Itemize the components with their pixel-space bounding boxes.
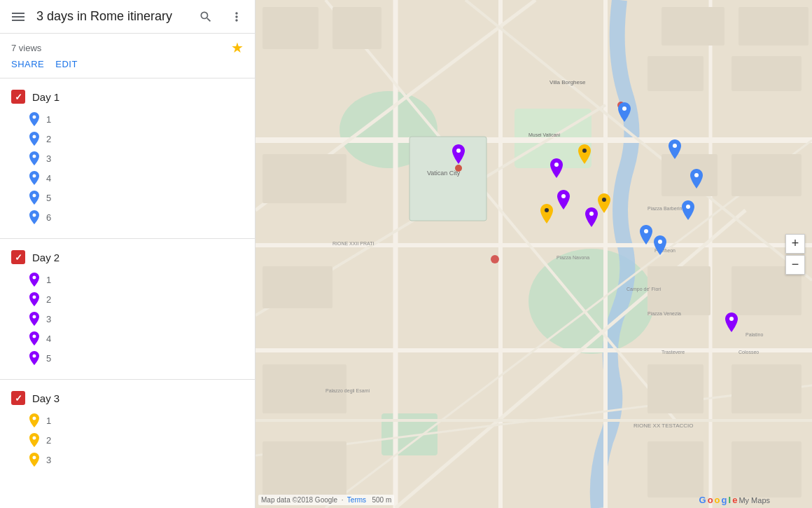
hamburger-button[interactable]: [6, 4, 31, 29]
views-row: 7 views ★: [0, 34, 255, 59]
list-item[interactable]: 5: [28, 348, 255, 368]
map-terms[interactable]: Terms: [347, 496, 366, 504]
list-item[interactable]: 1: [28, 109, 255, 129]
day2-section: Day 2 1 2 3 4 5: [0, 242, 255, 376]
my-maps-text: My Maps: [738, 496, 770, 504]
svg-rect-26: [262, 154, 346, 203]
zoom-out-button[interactable]: −: [785, 255, 805, 275]
svg-point-57: [694, 173, 699, 177]
svg-rect-22: [662, 7, 724, 46]
google-g2: g: [722, 495, 727, 505]
place-number: 2: [46, 435, 51, 446]
divider-day1-day2: [0, 238, 255, 239]
day1-checkbox[interactable]: [11, 90, 25, 104]
pin-icon: [28, 211, 41, 224]
svg-rect-38: [410, 137, 486, 221]
place-number: 2: [46, 134, 51, 144]
svg-rect-35: [262, 441, 346, 497]
svg-text:Vatican City: Vatican City: [427, 170, 461, 177]
pin-icon: [28, 273, 41, 286]
svg-point-55: [622, 107, 626, 111]
place-number: 3: [46, 455, 51, 465]
svg-point-60: [658, 240, 662, 244]
list-item[interactable]: 1: [28, 270, 255, 289]
sidebar: 3 days in Rome itinerary 7 views ★ SHARE…: [0, 0, 255, 508]
svg-rect-23: [738, 7, 808, 46]
place-number: 1: [46, 275, 51, 285]
svg-text:Colosseo: Colosseo: [738, 350, 759, 355]
list-item[interactable]: 2: [28, 289, 255, 309]
day3-header: Day 3: [0, 388, 255, 408]
day1-section: Day 1 1 2 3 4 5: [0, 81, 255, 235]
list-item[interactable]: 3: [28, 309, 255, 329]
list-item[interactable]: 1: [28, 411, 255, 430]
svg-rect-0: [255, 0, 812, 508]
google-g: G: [699, 495, 706, 505]
map-background: Vatican City Villa Borghese Musei Vatica…: [255, 0, 812, 508]
svg-point-59: [644, 229, 648, 233]
list-item[interactable]: 5: [28, 188, 255, 207]
pin-icon: [28, 453, 41, 466]
list-item[interactable]: 2: [28, 430, 255, 450]
day3-checkbox[interactable]: [11, 391, 25, 405]
search-button[interactable]: [193, 4, 218, 29]
google-o2: o: [715, 495, 720, 505]
svg-rect-25: [732, 56, 802, 91]
google-o1: o: [708, 495, 713, 505]
svg-rect-29: [732, 154, 802, 196]
list-item[interactable]: 3: [28, 149, 255, 168]
svg-rect-34: [732, 364, 802, 413]
map-attribution: Map data ©2018 Google: [261, 496, 337, 504]
list-item[interactable]: 2: [28, 129, 255, 149]
place-number: 5: [46, 193, 51, 203]
pin-icon: [28, 113, 41, 125]
pin-icon: [28, 414, 41, 427]
svg-text:RIONE XX TESTACCIO: RIONE XX TESTACCIO: [634, 423, 694, 429]
share-link[interactable]: SHARE: [11, 59, 44, 69]
svg-rect-37: [732, 441, 802, 497]
edit-link[interactable]: EDIT: [55, 59, 78, 69]
svg-text:Trastevere: Trastevere: [662, 350, 685, 355]
map-area[interactable]: Vatican City Villa Borghese Musei Vatica…: [255, 0, 812, 508]
pin-icon: [28, 172, 41, 184]
list-item[interactable]: 4: [28, 168, 255, 188]
svg-point-56: [673, 144, 677, 148]
svg-rect-20: [262, 7, 318, 49]
day2-checkbox[interactable]: [11, 250, 25, 264]
google-logo: G o o g l e My Maps: [699, 495, 770, 505]
day3-section: Day 3 1 2 3: [0, 383, 255, 478]
svg-point-68: [545, 208, 549, 212]
svg-rect-36: [648, 441, 704, 497]
views-count: 7 views: [11, 43, 41, 53]
svg-point-64: [589, 212, 594, 216]
list-item[interactable]: 6: [28, 207, 255, 227]
svg-rect-27: [262, 266, 332, 308]
map-scale: 500 m: [372, 496, 391, 504]
day1-place-list: 1 2 3 4 5 6: [0, 107, 255, 230]
star-button[interactable]: ★: [231, 39, 244, 56]
place-number: 3: [46, 314, 51, 324]
svg-rect-33: [648, 364, 704, 413]
more-options-button[interactable]: [224, 4, 249, 29]
place-number: 4: [46, 334, 51, 344]
place-number: 1: [46, 416, 51, 426]
svg-point-63: [561, 194, 566, 198]
map-controls: + −: [785, 234, 805, 275]
google-l: l: [729, 495, 732, 505]
search-icon: [199, 10, 213, 24]
map-footer: Map data ©2018 Google · Terms 500 m: [258, 495, 394, 505]
pin-icon: [28, 434, 41, 446]
svg-rect-24: [648, 56, 704, 91]
zoom-in-button[interactable]: +: [785, 234, 805, 254]
svg-text:Piazza Barberini: Piazza Barberini: [648, 206, 683, 211]
svg-point-65: [729, 317, 734, 321]
place-number: 2: [46, 294, 51, 305]
list-item[interactable]: 3: [28, 450, 255, 469]
hamburger-icon: [12, 11, 24, 23]
day1-title: Day 1: [32, 91, 59, 103]
list-item[interactable]: 4: [28, 329, 255, 348]
day2-place-list: 1 2 3 4 5: [0, 267, 255, 371]
place-number: 3: [46, 153, 51, 164]
svg-point-66: [582, 149, 587, 153]
place-number: 6: [46, 212, 51, 223]
